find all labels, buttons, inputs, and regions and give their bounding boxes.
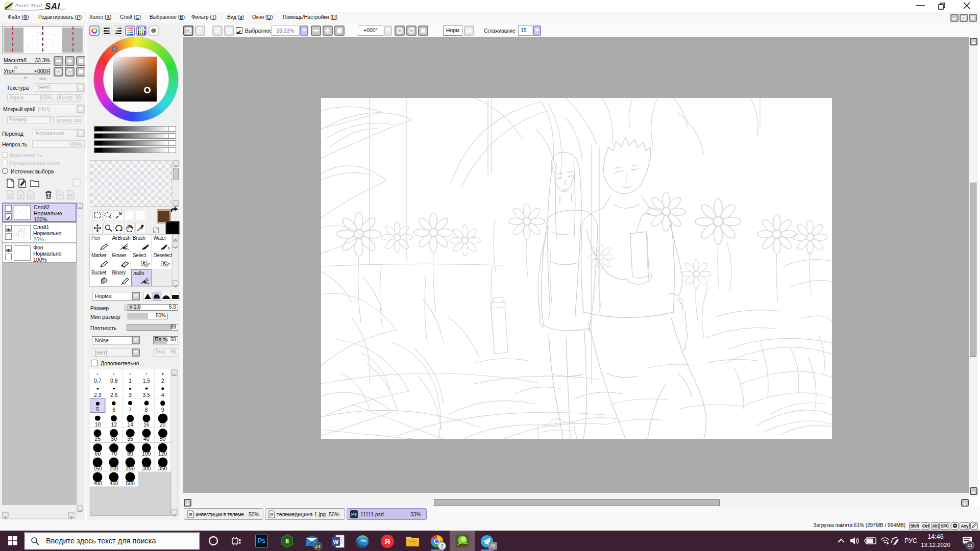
svg-text:W: W (333, 539, 339, 545)
svg-text:Paint Tool: Paint Tool (15, 3, 42, 8)
svg-text:S: S (163, 261, 166, 266)
svg-text:S: S (142, 261, 145, 266)
svg-text:8: 8 (285, 538, 289, 545)
svg-text:SAI: SAI (45, 2, 61, 11)
